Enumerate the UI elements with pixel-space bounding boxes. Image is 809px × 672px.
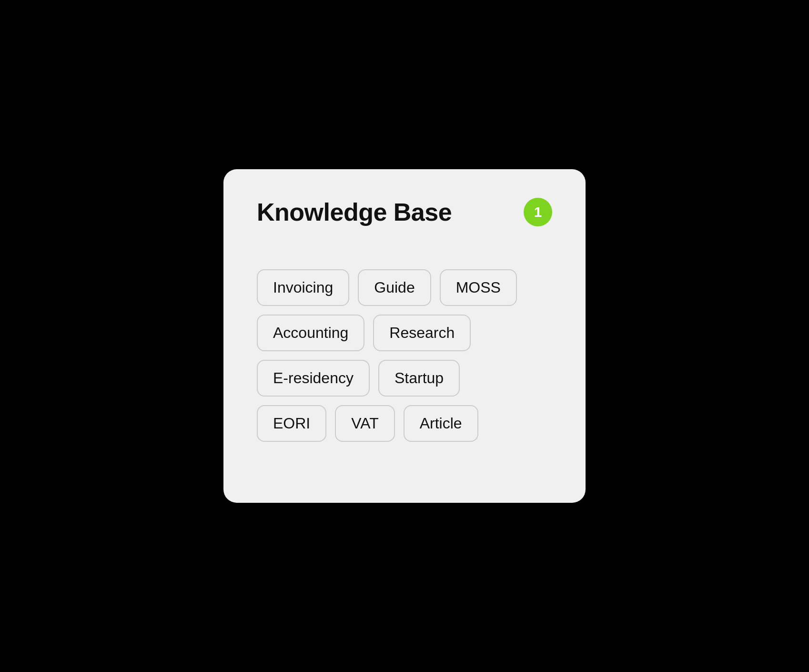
- tags-container: Invoicing Guide MOSS Accounting Research…: [257, 269, 552, 442]
- tags-row-1: Invoicing Guide MOSS: [257, 269, 552, 306]
- tag-eori[interactable]: EORI: [257, 405, 326, 442]
- tag-guide[interactable]: Guide: [358, 269, 431, 306]
- notification-badge: 1: [524, 198, 552, 226]
- tags-row-3: E-residency Startup: [257, 360, 552, 397]
- tags-row-2: Accounting Research: [257, 315, 552, 351]
- tag-vat[interactable]: VAT: [335, 405, 394, 442]
- tag-invoicing[interactable]: Invoicing: [257, 269, 349, 306]
- tag-accounting[interactable]: Accounting: [257, 315, 364, 351]
- tag-moss[interactable]: MOSS: [440, 269, 517, 306]
- page-title: Knowledge Base: [257, 198, 452, 226]
- knowledge-base-card: Knowledge Base 1 Invoicing Guide MOSS Ac…: [223, 169, 586, 503]
- tag-startup[interactable]: Startup: [378, 360, 460, 397]
- tag-article[interactable]: Article: [404, 405, 478, 442]
- tag-eresidency[interactable]: E-residency: [257, 360, 370, 397]
- tags-row-4: EORI VAT Article: [257, 405, 552, 442]
- tag-research[interactable]: Research: [373, 315, 471, 351]
- card-header: Knowledge Base 1: [257, 198, 552, 226]
